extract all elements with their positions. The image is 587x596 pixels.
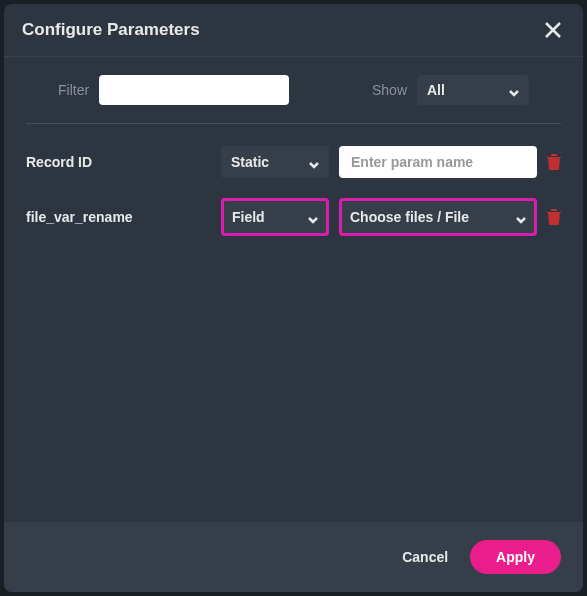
trash-icon — [547, 154, 561, 170]
filter-bar: Filter Show All — [26, 57, 561, 124]
dialog-footer: Cancel Apply — [4, 522, 583, 592]
param-type-select[interactable]: Static — [221, 146, 329, 178]
chevron-down-icon — [516, 212, 526, 222]
filter-input[interactable] — [99, 75, 289, 105]
show-label: Show — [372, 82, 407, 98]
param-row: Record ID Static — [26, 146, 561, 178]
chevron-down-icon — [308, 212, 318, 222]
param-type-select[interactable]: Field — [221, 198, 329, 236]
param-value-selected: Choose files / File — [350, 209, 469, 225]
chevron-down-icon — [309, 157, 319, 167]
delete-param-button[interactable] — [547, 209, 563, 225]
param-row: file_var_rename Field Choose files / Fil… — [26, 198, 561, 236]
configure-parameters-dialog: Configure Parameters Filter Show All Rec… — [4, 4, 583, 592]
param-type-value: Field — [232, 209, 265, 225]
param-label: Record ID — [26, 154, 211, 170]
dialog-header: Configure Parameters — [4, 4, 583, 57]
dialog-title: Configure Parameters — [22, 20, 200, 40]
param-value-input[interactable] — [339, 146, 537, 178]
show-select[interactable]: All — [417, 75, 529, 105]
params-body: Record ID Static file_var_rename Field C… — [4, 124, 583, 522]
show-group: Show All — [372, 75, 529, 105]
close-button[interactable] — [541, 18, 565, 42]
trash-icon — [547, 209, 561, 225]
param-value-select[interactable]: Choose files / File — [339, 198, 537, 236]
filter-label: Filter — [58, 82, 89, 98]
chevron-down-icon — [509, 85, 519, 95]
param-type-value: Static — [231, 154, 269, 170]
show-select-value: All — [427, 82, 445, 98]
apply-button[interactable]: Apply — [470, 540, 561, 574]
close-icon — [544, 21, 562, 39]
filter-group: Filter — [58, 75, 289, 105]
param-label: file_var_rename — [26, 209, 211, 225]
delete-param-button[interactable] — [547, 154, 563, 170]
cancel-button[interactable]: Cancel — [402, 549, 448, 565]
